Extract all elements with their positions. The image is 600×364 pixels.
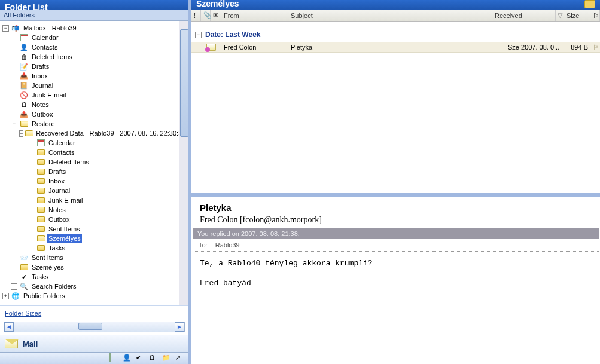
col-size[interactable]: Size xyxy=(564,10,590,21)
message-row[interactable]: Fred Colon Pletyka Sze 2007. 08. 0... 89… xyxy=(191,42,600,53)
reading-pane: Pletyka Fred Colon [fcolon@ankh.morpork]… xyxy=(191,197,600,364)
col-from[interactable]: From xyxy=(221,10,288,21)
col-attachment[interactable]: 📎 xyxy=(201,10,211,21)
folder-list-title: Folder List xyxy=(0,0,188,10)
col-flag[interactable]: 🏳 xyxy=(590,10,600,21)
folder-calendar[interactable]: Calendar xyxy=(10,33,178,42)
tree-hscroll[interactable]: ◄ ⋮⋮ ► xyxy=(4,322,185,332)
folder-recovered-data[interactable]: −Recovered Data - Rablo39 - 2007. 08. 16… xyxy=(18,129,178,138)
folder-drafts[interactable]: 📝Drafts xyxy=(10,62,178,71)
scrollbar-thumb[interactable]: ⋮⋮ xyxy=(78,323,102,330)
calendar-shortcut-icon[interactable] xyxy=(109,354,119,363)
expand-icon[interactable]: + xyxy=(11,283,17,290)
preview-to-value: Rablo39 xyxy=(215,241,240,249)
journal-icon: 📔 xyxy=(19,81,29,90)
message-received: Sze 2007. 08. 0... xyxy=(505,44,567,51)
public-folders[interactable]: +🌐Public Folders xyxy=(1,291,178,301)
rec-deleted[interactable]: Deleted Items xyxy=(26,157,178,167)
nav-mail[interactable]: Mail xyxy=(0,335,188,352)
folder-shortcut-icon[interactable]: 📁 xyxy=(162,354,172,363)
drafts-icon: 📝 xyxy=(19,62,29,71)
collapse-icon[interactable]: − xyxy=(2,25,9,32)
message-from: Fred Colon xyxy=(221,44,288,51)
preview-infobar: You replied on 2007. 08. 08. 21:38. xyxy=(193,228,599,239)
message-size: 894 B xyxy=(567,44,590,51)
folder-notes[interactable]: 🗒Notes xyxy=(10,100,178,109)
preview-subject: Pletyka xyxy=(200,203,592,213)
folder-icon xyxy=(19,262,29,272)
tasks-shortcut-icon[interactable]: ✔ xyxy=(136,354,145,363)
rec-inbox[interactable]: Inbox xyxy=(26,176,178,186)
column-header-row[interactable]: ! 📎 ✉ From Subject Received ▽ Size 🏳 xyxy=(191,10,600,22)
folder-tasks[interactable]: ✔Tasks xyxy=(10,272,178,282)
folder-icon xyxy=(36,195,45,205)
collapse-icon[interactable]: − xyxy=(11,121,17,127)
message-panel-title: Személyes xyxy=(191,0,600,10)
scroll-left-button[interactable]: ◄ xyxy=(4,322,14,332)
contacts-icon: 👤 xyxy=(19,42,29,52)
folder-open-icon xyxy=(36,234,45,243)
rec-notes[interactable]: Notes xyxy=(26,205,178,215)
preview-from: Fred Colon [fcolon@ankh.morpork] xyxy=(200,215,592,225)
rec-journal[interactable]: Journal xyxy=(26,186,178,195)
calendar-icon xyxy=(19,33,29,42)
folder-sent[interactable]: 📨Sent Items xyxy=(10,253,178,262)
rec-drafts[interactable]: Drafts xyxy=(26,167,178,176)
col-icon[interactable]: ✉ xyxy=(211,10,221,21)
collapse-icon[interactable]: − xyxy=(19,130,23,137)
rec-outbox[interactable]: Outbox xyxy=(26,215,178,224)
folder-journal[interactable]: 📔Journal xyxy=(10,81,178,90)
tasks-icon: ✔ xyxy=(19,272,29,282)
col-received[interactable]: Received xyxy=(492,10,556,21)
message-list[interactable]: − Date: Last Week Fred Colon Pletyka Sze… xyxy=(191,22,600,193)
folder-restore[interactable]: −Restore xyxy=(10,119,178,129)
folder-deleted[interactable]: 🗑Deleted Items xyxy=(10,52,178,62)
rec-szemelyes[interactable]: Személyes xyxy=(26,234,178,243)
scroll-track[interactable]: ⋮⋮ xyxy=(14,322,175,332)
col-importance[interactable]: ! xyxy=(191,10,201,21)
folder-icon xyxy=(36,176,45,186)
mailbox-icon: 📬 xyxy=(11,23,20,33)
rec-tasks[interactable]: Tasks xyxy=(26,243,178,253)
scroll-right-button[interactable]: ► xyxy=(175,322,184,332)
folder-icon xyxy=(36,205,45,215)
preview-to-label: To: xyxy=(199,241,208,249)
rec-junk[interactable]: Junk E-mail xyxy=(26,195,178,205)
find-icon[interactable] xyxy=(584,0,595,8)
rec-calendar[interactable]: Calendar xyxy=(26,138,178,148)
message-subject: Pletyka xyxy=(288,44,505,51)
folder-icon xyxy=(36,157,45,167)
notes-shortcut-icon[interactable]: 🗒 xyxy=(149,354,159,363)
folder-icon xyxy=(36,148,45,157)
folder-inbox[interactable]: 📥Inbox xyxy=(10,71,178,81)
replied-mail-icon xyxy=(206,44,216,51)
folder-icon xyxy=(36,243,45,253)
collapse-icon[interactable]: − xyxy=(195,32,202,38)
folder-sizes-link[interactable]: Folder Sizes xyxy=(0,305,188,320)
folder-tree[interactable]: − 📬 Mailbox - Rablo39 Calendar 👤Contacts… xyxy=(0,21,179,305)
expand-icon[interactable]: + xyxy=(2,293,9,299)
folder-contacts[interactable]: 👤Contacts xyxy=(10,42,178,52)
shortcuts-icon[interactable]: ↗ xyxy=(175,354,185,363)
message-panel: Személyes ! 📎 ✉ From Subject Received ▽ … xyxy=(191,0,600,364)
rec-contacts[interactable]: Contacts xyxy=(26,148,178,157)
all-folders-header[interactable]: All Folders xyxy=(0,10,188,21)
inbox-icon: 📥 xyxy=(19,71,29,81)
mailbox-root[interactable]: − 📬 Mailbox - Rablo39 xyxy=(1,23,178,33)
folder-outbox[interactable]: 📤Outbox xyxy=(10,109,178,119)
folder-szemelyes[interactable]: Személyes xyxy=(10,262,178,272)
scrollbar-thumb[interactable] xyxy=(180,29,188,137)
col-subject[interactable]: Subject xyxy=(288,10,492,21)
contacts-shortcut-icon[interactable]: 👤 xyxy=(123,354,132,363)
folder-junk[interactable]: 🚫Junk E-mail xyxy=(10,90,178,100)
flag-icon[interactable]: 🏳 xyxy=(590,44,600,51)
folder-search[interactable]: +🔍Search Folders xyxy=(10,282,178,291)
rec-sent[interactable]: Sent Items xyxy=(26,224,178,234)
folder-icon xyxy=(36,224,45,234)
folder-icon xyxy=(25,129,33,138)
sort-desc-icon[interactable]: ▽ xyxy=(556,10,564,21)
tree-scrollbar[interactable] xyxy=(179,21,188,305)
preview-body: Te, a Rablo40 tényleg akkora krumpli? Fr… xyxy=(191,252,600,295)
trash-icon: 🗑 xyxy=(19,52,29,62)
group-header[interactable]: − Date: Last Week xyxy=(191,27,600,42)
